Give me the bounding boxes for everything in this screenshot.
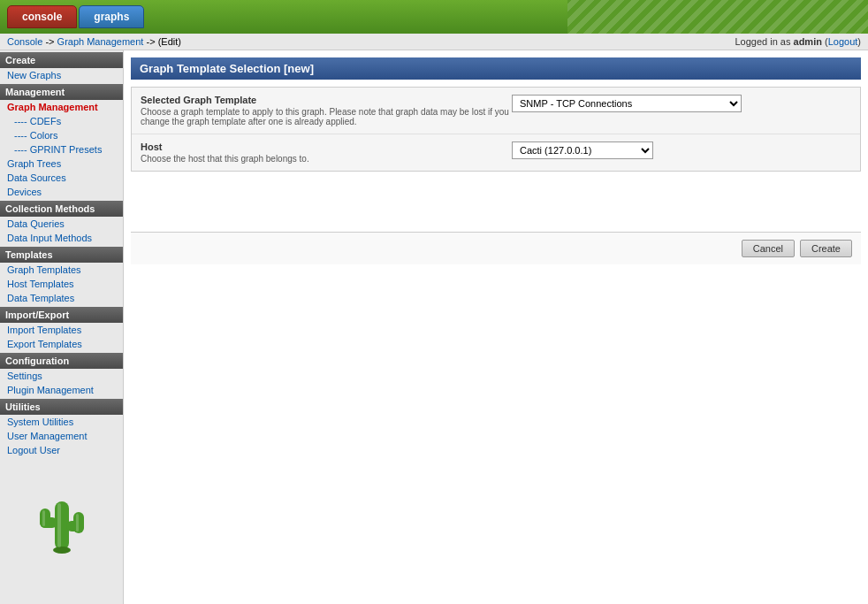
cactus-logo <box>0 484 123 563</box>
console-tab[interactable]: console <box>7 5 77 28</box>
cactus-svg <box>31 484 93 563</box>
sidebar-item-data-sources[interactable]: Data Sources <box>0 171 123 185</box>
sidebar-header-create: Create <box>0 52 123 68</box>
sidebar-item-graph-management[interactable]: Graph Management <box>0 100 123 114</box>
breadcrumb: Console -> Graph Management -> (Edit) <box>7 36 181 47</box>
template-label: Selected Graph Template <box>141 95 512 105</box>
sidebar-item-import-templates[interactable]: Import Templates <box>0 323 123 337</box>
sidebar-item-devices[interactable]: Devices <box>0 185 123 199</box>
sidebar-item-colors[interactable]: ---- Colors <box>0 128 123 142</box>
host-desc: Choose the host that this graph belongs … <box>141 154 512 164</box>
breadcrumb-console[interactable]: Console <box>7 36 42 47</box>
host-row: Host Choose the host that this graph bel… <box>132 134 860 171</box>
create-button[interactable]: Create <box>800 240 852 257</box>
sidebar: Create New Graphs Management Graph Manag… <box>0 50 124 604</box>
sidebar-item-graph-templates[interactable]: Graph Templates <box>0 263 123 277</box>
sidebar-item-plugin-management[interactable]: Plugin Management <box>0 383 123 397</box>
cancel-button[interactable]: Cancel <box>742 240 795 257</box>
sidebar-header-utilities: Utilities <box>0 399 123 415</box>
sidebar-header-collection: Collection Methods <box>0 201 123 217</box>
empty-area <box>131 179 861 232</box>
graphs-tab[interactable]: graphs <box>79 5 144 28</box>
sidebar-item-cdefs[interactable]: ---- CDEFs <box>0 114 123 128</box>
sidebar-header-configuration: Configuration <box>0 353 123 369</box>
main-layout: Create New Graphs Management Graph Manag… <box>0 50 868 604</box>
logout-link[interactable]: Logout <box>828 36 858 47</box>
sidebar-item-export-templates[interactable]: Export Templates <box>0 337 123 351</box>
breadcrumb-graph-management[interactable]: Graph Management <box>57 36 144 47</box>
host-label: Host <box>141 141 512 152</box>
template-select[interactable]: SNMP - TCP ConnectionsSNMP - Interface T… <box>512 95 742 112</box>
sidebar-item-logout-user[interactable]: Logout User <box>0 443 123 457</box>
sidebar-item-data-templates[interactable]: Data Templates <box>0 291 123 305</box>
sidebar-item-gprint-presets[interactable]: ---- GPRINT Presets <box>0 142 123 157</box>
sidebar-item-data-queries[interactable]: Data Queries <box>0 217 123 231</box>
page-title: Graph Template Selection [new] <box>131 57 861 80</box>
sidebar-item-data-input-methods[interactable]: Data Input Methods <box>0 231 123 245</box>
sidebar-item-new-graphs[interactable]: New Graphs <box>0 68 123 82</box>
host-label-col: Host Choose the host that this graph bel… <box>141 141 512 164</box>
template-row: Selected Graph Template Choose a graph t… <box>132 88 860 134</box>
sidebar-item-graph-trees[interactable]: Graph Trees <box>0 157 123 171</box>
form-section: Selected Graph Template Choose a graph t… <box>131 87 861 172</box>
template-desc: Choose a graph template to apply to this… <box>141 107 512 126</box>
top-navigation: console graphs <box>0 0 868 34</box>
svg-rect-8 <box>76 514 79 531</box>
auth-status: Logged in as admin (Logout) <box>735 36 861 47</box>
host-select[interactable]: Cacti (127.0.0.1)localhost <box>512 141 653 159</box>
sidebar-item-host-templates[interactable]: Host Templates <box>0 277 123 291</box>
svg-rect-7 <box>42 510 45 526</box>
template-label-col: Selected Graph Template Choose a graph t… <box>141 95 512 126</box>
sidebar-item-system-utilities[interactable]: System Utilities <box>0 415 123 429</box>
sidebar-item-settings[interactable]: Settings <box>0 369 123 383</box>
svg-point-5 <box>53 547 71 554</box>
sidebar-header-import-export: Import/Export <box>0 307 123 323</box>
sidebar-item-user-management[interactable]: User Management <box>0 429 123 443</box>
breadcrumb-bar: Console -> Graph Management -> (Edit) Lo… <box>0 34 868 50</box>
template-input-col: SNMP - TCP ConnectionsSNMP - Interface T… <box>512 95 851 112</box>
breadcrumb-edit: (Edit) <box>158 36 181 47</box>
sidebar-header-templates: Templates <box>0 247 123 263</box>
breadcrumb-arrow1: -> <box>45 36 54 47</box>
buttons-row: Cancel Create <box>131 232 861 264</box>
breadcrumb-arrow2: -> <box>146 36 157 47</box>
content-area: Graph Template Selection [new] Selected … <box>124 50 868 604</box>
host-input-col: Cacti (127.0.0.1)localhost <box>512 141 851 159</box>
sidebar-header-management: Management <box>0 84 123 100</box>
svg-rect-6 <box>57 503 61 547</box>
